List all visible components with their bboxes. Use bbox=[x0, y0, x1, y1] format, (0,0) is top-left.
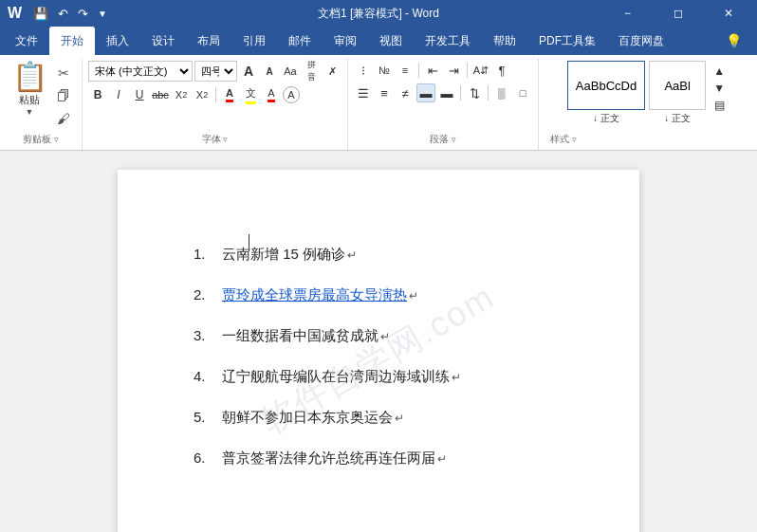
paste-dropdown-icon[interactable]: ▼ bbox=[26, 107, 34, 117]
list-text[interactable]: 普京签署法律允许总统再连任两届↵ bbox=[222, 449, 582, 468]
window-title: 文档1 [兼容模式] - Word bbox=[318, 6, 439, 22]
list-item: 6. 普京签署法律允许总统再连任两届↵ bbox=[194, 449, 582, 468]
menu-bar: 文件 开始 插入 设计 布局 引用 邮件 审阅 视图 开发工具 帮助 PDF工具… bbox=[0, 27, 757, 55]
styles-label: 样式 ▿ bbox=[546, 131, 749, 150]
customize-quick-access-icon[interactable]: ▼ bbox=[96, 7, 109, 21]
paste-button[interactable]: 📋 粘贴 ▼ bbox=[8, 61, 51, 116]
list-text[interactable]: 朝鲜不参加日本东京奥运会↵ bbox=[222, 409, 582, 427]
show-formatting-button[interactable]: ¶ bbox=[492, 61, 511, 80]
menu-help[interactable]: 帮助 bbox=[482, 27, 527, 55]
distribute-button[interactable]: ▬ bbox=[437, 83, 456, 102]
list-text[interactable]: 一组数据看中国减贫成就↵ bbox=[222, 327, 582, 345]
undo-icon[interactable]: ↶ bbox=[56, 5, 70, 23]
strikethrough-button[interactable]: abc bbox=[151, 85, 170, 104]
phonetic-guide-button[interactable]: 拼音 bbox=[302, 62, 321, 81]
menu-review[interactable]: 审阅 bbox=[323, 27, 368, 55]
menu-design[interactable]: 设计 bbox=[140, 27, 186, 55]
font-color-button[interactable]: A bbox=[262, 85, 281, 104]
menu-file[interactable]: 文件 bbox=[4, 27, 49, 55]
font-size-select[interactable]: 四号 五号 小四 bbox=[194, 61, 237, 82]
bullets-button[interactable]: ⁝ bbox=[354, 61, 373, 80]
styles-scroll-up[interactable]: ▲ bbox=[710, 63, 729, 80]
document-list: 1. 云南新增 15 例确诊↵ 2. 贾玲成全球票房最高女导演热↵ 3. 一组数… bbox=[194, 246, 582, 468]
multilevel-list-button[interactable]: ≡ bbox=[396, 61, 415, 80]
style-body[interactable]: AaBl ↓ 正文 bbox=[649, 61, 706, 125]
list-text[interactable]: 云南新增 15 例确诊↵ bbox=[222, 246, 582, 264]
sort-button[interactable]: A⇵ bbox=[471, 61, 490, 80]
subscript-button[interactable]: X2 bbox=[172, 85, 191, 104]
document-area: 软件自学网.com 1. 云南新增 15 例确诊↵ 2. 贾玲成全球票房最高女导… bbox=[0, 151, 757, 532]
font-row-1: 宋体 (中文正文) 四号 五号 小四 A A Aa 拼音 ✗ bbox=[88, 61, 342, 82]
font-grow-button[interactable]: A bbox=[239, 62, 258, 81]
bold-button[interactable]: B bbox=[88, 85, 107, 104]
styles-expand[interactable]: ▤ bbox=[710, 97, 729, 114]
text-effect-button[interactable]: A bbox=[283, 86, 300, 103]
list-text[interactable]: 贾玲成全球票房最高女导演热↵ bbox=[222, 286, 582, 304]
numbering-button[interactable]: № bbox=[375, 61, 394, 80]
separator-2 bbox=[418, 63, 419, 78]
copy-button[interactable]: 🗍 bbox=[53, 85, 74, 106]
para-row-1: ⁝ № ≡ ⇤ ⇥ A⇵ ¶ bbox=[354, 61, 511, 80]
menu-baidu[interactable]: 百度网盘 bbox=[607, 27, 675, 55]
cut-button[interactable]: ✂ bbox=[53, 63, 74, 83]
paragraph-label: 段落 ▿ bbox=[354, 131, 532, 150]
list-number: 1. bbox=[194, 246, 222, 262]
menu-home[interactable]: 开始 bbox=[49, 27, 95, 55]
menu-developer[interactable]: 开发工具 bbox=[414, 27, 482, 55]
underline-button[interactable]: U bbox=[130, 85, 149, 104]
align-left-button[interactable]: ☰ bbox=[354, 83, 373, 102]
save-icon[interactable]: 💾 bbox=[31, 5, 50, 23]
menu-insert[interactable]: 插入 bbox=[95, 27, 140, 55]
list-item: 5. 朝鲜不参加日本东京奥运会↵ bbox=[194, 409, 582, 427]
decrease-indent-button[interactable]: ⇤ bbox=[423, 61, 442, 80]
style-normal[interactable]: AaBbCcDd ↓ 正文 bbox=[567, 61, 645, 125]
menu-view[interactable]: 视图 bbox=[368, 27, 414, 55]
clear-formatting-button[interactable]: ✗ bbox=[323, 62, 342, 81]
justify-button[interactable]: ▬ bbox=[416, 83, 435, 102]
paragraph-group: ⁝ № ≡ ⇤ ⇥ A⇵ ¶ ☰ ≡ ≠ ▬ ▬ bbox=[348, 59, 539, 150]
list-number: 2. bbox=[194, 286, 222, 303]
borders-button[interactable]: □ bbox=[513, 83, 532, 102]
font-name-select[interactable]: 宋体 (中文正文) bbox=[88, 61, 193, 82]
menu-references[interactable]: 引用 bbox=[231, 27, 277, 55]
menu-layout[interactable]: 布局 bbox=[186, 27, 231, 55]
list-text[interactable]: 辽宁舰航母编队在台湾周边海域训练↵ bbox=[222, 368, 582, 386]
list-item: 4. 辽宁舰航母编队在台湾周边海域训练↵ bbox=[194, 368, 582, 386]
list-item: 1. 云南新增 15 例确诊↵ bbox=[194, 246, 582, 264]
menu-mailings[interactable]: 邮件 bbox=[277, 27, 323, 55]
separator-1 bbox=[215, 87, 216, 102]
superscript-button[interactable]: X2 bbox=[193, 85, 212, 104]
highlight-color-button[interactable]: 文 bbox=[241, 85, 260, 104]
quick-access-toolbar: W 💾 ↶ ↷ ▼ bbox=[8, 5, 109, 23]
align-center-button[interactable]: ≡ bbox=[375, 83, 394, 102]
style-normal-label: ↓ 正文 bbox=[593, 112, 619, 125]
separator-5 bbox=[488, 85, 489, 101]
shading-button[interactable]: ▒ bbox=[492, 83, 511, 102]
clipboard-buttons: 📋 粘贴 ▼ ✂ 🗍 🖌 bbox=[4, 59, 78, 131]
align-right-button[interactable]: ≠ bbox=[396, 83, 415, 102]
window-controls: − ◻ ✕ bbox=[606, 0, 749, 27]
menu-pdf[interactable]: PDF工具集 bbox=[527, 27, 607, 55]
style-body-preview: AaBl bbox=[664, 79, 690, 93]
list-number: 3. bbox=[194, 327, 222, 343]
close-button[interactable]: ✕ bbox=[707, 0, 749, 27]
redo-icon[interactable]: ↷ bbox=[76, 5, 90, 23]
style-body-label: ↓ 正文 bbox=[664, 112, 691, 125]
word-icon: W bbox=[8, 5, 22, 22]
font-group: 宋体 (中文正文) 四号 五号 小四 A A Aa 拼音 ✗ B I bbox=[83, 59, 348, 150]
change-case-button[interactable]: Aa bbox=[281, 62, 300, 81]
italic-button[interactable]: I bbox=[109, 85, 128, 104]
minimize-button[interactable]: − bbox=[606, 0, 649, 27]
line-spacing-button[interactable]: ⇅ bbox=[465, 83, 484, 102]
styles-scroll-down[interactable]: ▼ bbox=[710, 80, 729, 97]
document-page[interactable]: 软件自学网.com 1. 云南新增 15 例确诊↵ 2. 贾玲成全球票房最高女导… bbox=[118, 170, 639, 532]
tell-me-icon[interactable]: 💡 bbox=[714, 27, 753, 55]
text-color-button[interactable]: A bbox=[220, 85, 239, 104]
font-shrink-button[interactable]: A bbox=[260, 62, 279, 81]
restore-button[interactable]: ◻ bbox=[656, 0, 699, 27]
hyperlink[interactable]: 贾玲成全球票房最高女导演热 bbox=[222, 286, 407, 303]
increase-indent-button[interactable]: ⇥ bbox=[444, 61, 463, 80]
list-item: 3. 一组数据看中国减贫成就↵ bbox=[194, 327, 582, 345]
format-painter-button[interactable]: 🖌 bbox=[53, 108, 74, 129]
list-number: 5. bbox=[194, 409, 222, 425]
